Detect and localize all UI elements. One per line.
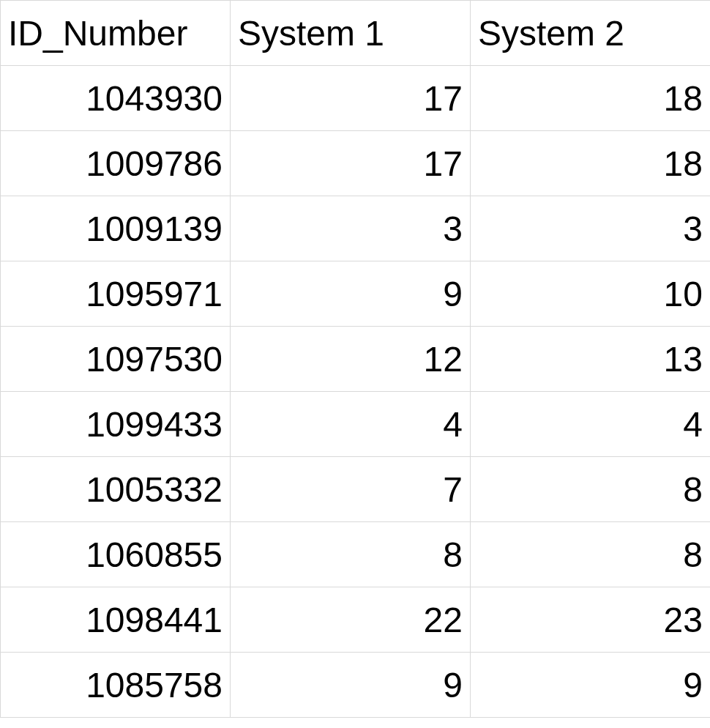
table-row: 1099433 4 4 — [1, 392, 711, 457]
cell-id: 1009139 — [1, 196, 231, 261]
cell-system-2: 18 — [471, 66, 711, 131]
cell-system-2: 3 — [471, 196, 711, 261]
cell-id: 1009786 — [1, 131, 231, 196]
data-table: ID_Number System 1 System 2 1043930 17 1… — [0, 0, 710, 718]
cell-system-1: 12 — [231, 327, 471, 392]
cell-system-2: 23 — [471, 587, 711, 653]
cell-system-1: 7 — [231, 457, 471, 522]
cell-id: 1085758 — [1, 653, 231, 718]
cell-system-2: 13 — [471, 327, 711, 392]
cell-system-2: 9 — [471, 653, 711, 718]
table-header-row: ID_Number System 1 System 2 — [1, 1, 711, 66]
cell-id: 1098441 — [1, 587, 231, 653]
table-row: 1005332 7 8 — [1, 457, 711, 522]
table-row: 1043930 17 18 — [1, 66, 711, 131]
cell-id: 1097530 — [1, 327, 231, 392]
cell-system-1: 3 — [231, 196, 471, 261]
cell-system-2: 18 — [471, 131, 711, 196]
cell-id: 1099433 — [1, 392, 231, 457]
table-row: 1009139 3 3 — [1, 196, 711, 261]
table-row: 1060855 8 8 — [1, 522, 711, 587]
cell-id: 1095971 — [1, 261, 231, 327]
cell-id: 1043930 — [1, 66, 231, 131]
cell-system-1: 4 — [231, 392, 471, 457]
cell-system-1: 17 — [231, 66, 471, 131]
column-header-system-2: System 2 — [471, 1, 711, 66]
column-header-system-1: System 1 — [231, 1, 471, 66]
table-row: 1095971 9 10 — [1, 261, 711, 327]
table-row: 1097530 12 13 — [1, 327, 711, 392]
cell-system-1: 9 — [231, 261, 471, 327]
table-row: 1009786 17 18 — [1, 131, 711, 196]
cell-system-2: 8 — [471, 457, 711, 522]
cell-id: 1060855 — [1, 522, 231, 587]
cell-system-2: 4 — [471, 392, 711, 457]
column-header-id-number: ID_Number — [1, 1, 231, 66]
cell-system-1: 8 — [231, 522, 471, 587]
cell-system-2: 10 — [471, 261, 711, 327]
cell-system-2: 8 — [471, 522, 711, 587]
cell-system-1: 17 — [231, 131, 471, 196]
table-row: 1085758 9 9 — [1, 653, 711, 718]
cell-id: 1005332 — [1, 457, 231, 522]
cell-system-1: 9 — [231, 653, 471, 718]
table-row: 1098441 22 23 — [1, 587, 711, 653]
cell-system-1: 22 — [231, 587, 471, 653]
